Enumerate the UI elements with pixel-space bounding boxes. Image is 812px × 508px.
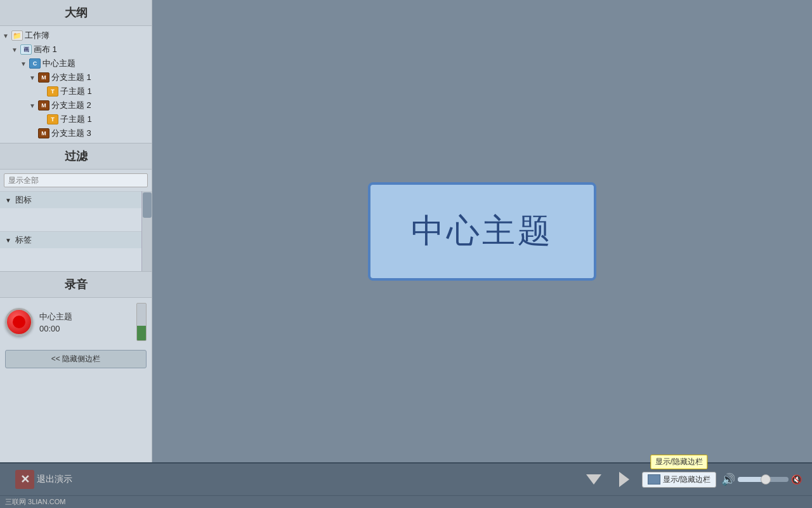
icon-branch2: M [38, 100, 49, 110]
record-dot [13, 316, 25, 328]
display-toggle-button[interactable]: 显示/隐藏边栏 显示/隐藏边栏 [642, 472, 716, 488]
filter-scrollbar[interactable] [141, 191, 152, 271]
center-node[interactable]: 中心主题 [368, 182, 596, 281]
scrollbar-thumb[interactable] [143, 192, 152, 218]
recording-time: 00:00 [39, 324, 130, 333]
filter-group-icon: ▼ 图标 [0, 191, 141, 231]
toggle-center[interactable]: ▼ [20, 60, 29, 67]
mute-icon[interactable]: 🔇 [791, 474, 802, 485]
toggle-branch1[interactable]: ▼ [29, 74, 38, 81]
outline-tree: ▼ 📁 工作簿 ▼ 画 画布 1 ▼ C 中心主题 ▼ [0, 26, 152, 143]
tree-branch1[interactable]: ▼ M 分支主题 1 [0, 70, 152, 84]
volume-slider[interactable] [738, 477, 789, 482]
icon-workbook: 📁 [11, 30, 23, 41]
filter-area: 过滤 ▼ 图标 ▼ 标签 [0, 144, 152, 272]
svg-marker-1 [619, 472, 629, 487]
filter-icon-header[interactable]: ▼ 图标 [0, 192, 141, 208]
recording-info: 中心主题 00:00 [39, 311, 130, 333]
tree-center[interactable]: ▼ C 中心主题 [0, 57, 152, 70]
tree-canvas[interactable]: ▼ 画 画布 1 [0, 43, 152, 57]
tree-sub2-1-label: 子主题 1 [60, 114, 92, 125]
filter-inner: ▼ 图标 ▼ 标签 [0, 191, 141, 271]
recording-title: 录音 [0, 272, 152, 298]
tree-sub1-1[interactable]: T 子主题 1 [0, 84, 152, 98]
toggle-canvas[interactable]: ▼ [11, 46, 20, 53]
tree-branch3[interactable]: M 分支主题 3 [0, 126, 152, 140]
icon-branch3: M [38, 128, 49, 138]
icon-branch1: M [38, 72, 49, 83]
center-node-text: 中心主题 [411, 209, 553, 253]
toggle-workbook[interactable]: ▼ [3, 32, 11, 39]
footer-bar: 三联网 3LIAN.COM [0, 495, 812, 508]
canvas-area: 中心主题 [152, 0, 812, 462]
hide-sidebar-button[interactable]: << 隐藏侧边栏 [5, 350, 147, 368]
filter-title: 过滤 [0, 144, 152, 170]
outline-title: 大纲 [0, 0, 152, 26]
speaker-icon: 🔊 [721, 472, 735, 486]
filter-icon-content [0, 208, 141, 231]
chevron-icon-icon: ▼ [5, 197, 11, 204]
icon-sub2-1: T [47, 114, 58, 124]
bottom-toolbar: ✕ 退出演示 显示/隐藏边栏 显示/隐藏边栏 🔊 🔇 [0, 462, 812, 495]
tree-sub2-1[interactable]: T 子主题 1 [0, 112, 152, 126]
tree-branch3-label: 分支主题 3 [51, 128, 91, 139]
filter-search-input[interactable] [4, 173, 148, 187]
display-toggle-label: 显示/隐藏边栏 [663, 474, 710, 485]
toggle-branch2[interactable]: ▼ [29, 102, 38, 109]
tree-center-label: 中心主题 [43, 58, 75, 69]
recording-area: 录音 中心主题 00:00 << 隐藏侧边栏 [0, 272, 152, 375]
footer-text: 三联网 3LIAN.COM [5, 498, 65, 505]
filter-group-tag: ▼ 标签 [0, 231, 141, 271]
display-toggle-icon [648, 474, 660, 485]
volume-area: 🔊 🔇 [721, 472, 802, 486]
nav-down-button[interactable] [581, 467, 606, 491]
tree-branch1-label: 分支主题 1 [51, 72, 91, 83]
tree-workbook[interactable]: ▼ 📁 工作簿 [0, 29, 152, 43]
filter-icon-label: 图标 [15, 194, 32, 206]
recording-content: 中心主题 00:00 [0, 298, 152, 346]
icon-center: C [29, 58, 41, 69]
filter-tag-label: 标签 [15, 234, 32, 246]
filter-scroll-area: ▼ 图标 ▼ 标签 [0, 191, 152, 271]
tree-branch2[interactable]: ▼ M 分支主题 2 [0, 98, 152, 112]
icon-canvas: 画 [20, 44, 32, 55]
record-button[interactable] [5, 308, 33, 336]
arrow-right-icon [614, 469, 634, 490]
main-area: 大纲 ▼ 📁 工作簿 ▼ 画 画布 1 ▼ C 中心主题 [0, 0, 812, 462]
tree-sub1-1-label: 子主题 1 [60, 86, 92, 97]
sidebar: 大纲 ▼ 📁 工作簿 ▼ 画 画布 1 ▼ C 中心主题 [0, 0, 152, 462]
nav-right-button[interactable] [612, 467, 637, 491]
chevron-tag-icon: ▼ [5, 237, 11, 244]
filter-tag-header[interactable]: ▼ 标签 [0, 232, 141, 248]
volume-indicator [136, 303, 147, 341]
tree-workbook-label: 工作簿 [25, 30, 49, 41]
outline-area: 大纲 ▼ 📁 工作簿 ▼ 画 画布 1 ▼ C 中心主题 [0, 0, 152, 144]
volume-bar [137, 326, 146, 340]
tree-branch2-label: 分支主题 2 [51, 100, 91, 111]
volume-thumb[interactable] [761, 474, 771, 485]
filter-tag-content [0, 248, 141, 271]
icon-sub1-1: T [47, 86, 58, 97]
arrow-down-icon [584, 469, 604, 490]
svg-marker-0 [586, 474, 601, 485]
exit-button[interactable]: ✕ 退出演示 [10, 467, 77, 491]
recording-topic: 中心主题 [39, 311, 130, 323]
tree-canvas-label: 画布 1 [34, 44, 57, 55]
display-tooltip: 显示/隐藏边栏 [651, 455, 707, 469]
exit-x-icon: ✕ [15, 470, 34, 489]
exit-label: 退出演示 [37, 474, 72, 485]
